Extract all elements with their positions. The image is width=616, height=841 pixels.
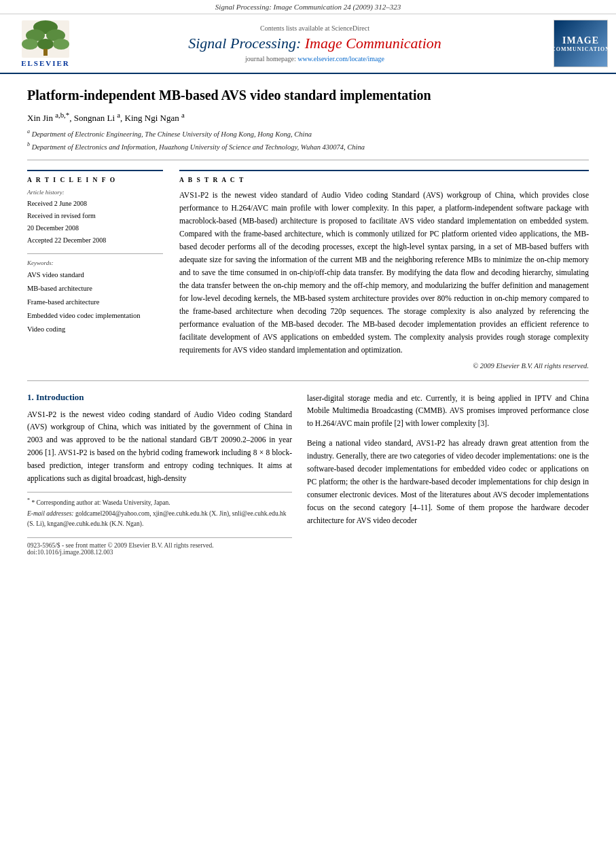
received-date: Received 2 June 2008	[27, 198, 163, 210]
email-label-text: E-mail addresses:	[27, 510, 74, 517]
body-right-col: laser-digital storage media and etc. Cur…	[307, 392, 589, 556]
journal-logo-right: IMAGE COMMUNICATION	[547, 20, 608, 67]
history-label: Article history:	[27, 189, 163, 196]
journal-citation: Signal Processing: Image Communication 2…	[215, 3, 401, 11]
elsevier-logo: ELSEVIER	[8, 20, 83, 67]
journal-title-center: Contents lists available at ScienceDirec…	[83, 24, 547, 62]
section-separator	[27, 380, 589, 381]
page-bottom: 0923-5965/$ - see front matter © 2009 El…	[27, 537, 292, 556]
affiliation-a: a Department of Electronic Engineering, …	[27, 128, 589, 140]
article-dates: Received 2 June 2008 Received in revised…	[27, 198, 163, 247]
keyword-2: MB-based architecture	[27, 282, 163, 296]
affiliations: a Department of Electronic Engineering, …	[27, 128, 589, 153]
body-content: 1. Introduction AVS1-P2 is the newest vi…	[27, 392, 589, 556]
footnote-email: E-mail addresses: goldcamel2004@yahoo.co…	[27, 509, 292, 529]
keyword-5: Video coding	[27, 323, 163, 336]
svg-rect-7	[43, 49, 48, 56]
keywords-label: Keywords:	[27, 260, 163, 266]
logo-image-text: IMAGE	[562, 35, 599, 46]
journal-title-part1: Signal Processing:	[188, 35, 305, 52]
article-title: Platform-independent MB-based AVS video …	[27, 86, 589, 104]
footnote-section: * * Corresponding author at: Waseda Univ…	[27, 492, 292, 529]
journal-homepage: journal homepage: www.elsevier.com/locat…	[83, 55, 547, 62]
article-history-block: Article history: Received 2 June 2008 Re…	[27, 189, 163, 247]
intro-para-1: AVS1-P2 is the newest video coding stand…	[27, 408, 292, 486]
homepage-url[interactable]: www.elsevier.com/locate/image	[297, 55, 384, 62]
image-comm-logo-box: IMAGE COMMUNICATION	[554, 20, 608, 67]
authors-line: Xin Jin a,b,*, Songnan Li a, King Ngi Ng…	[27, 111, 589, 124]
journal-title-part2: Image Communication	[305, 35, 441, 52]
body-left-col: 1. Introduction AVS1-P2 is the newest vi…	[27, 392, 292, 556]
contents-available-text: Contents lists available at ScienceDirec…	[260, 24, 369, 32]
elsevier-tree-icon	[22, 20, 69, 58]
logo-comm-text: COMMUNICATION	[551, 46, 610, 52]
main-content: Platform-independent MB-based AVS video …	[0, 74, 616, 556]
abstract-copyright: © 2009 Elsevier B.V. All rights reserved…	[179, 362, 589, 370]
affiliation-b: b Department of Electronics and Informat…	[27, 141, 589, 153]
elsevier-logo-container: ELSEVIER	[8, 20, 83, 67]
issn-line: 0923-5965/$ - see front matter © 2009 El…	[27, 542, 292, 549]
footnote-star: * * Corresponding author at: Waseda Univ…	[27, 497, 292, 508]
homepage-label: journal homepage:	[245, 55, 297, 62]
abstract-text: AVS1-P2 is the newest video standard of …	[179, 189, 589, 357]
article-info-abstract-section: A R T I C L E I N F O Article history: R…	[27, 170, 589, 370]
keyword-1: AVS video standard	[27, 268, 163, 282]
svg-point-4	[22, 39, 38, 50]
article-info-label: A R T I C L E I N F O	[27, 177, 163, 183]
intro-para-2: Being a national video standard, AVS1-P2…	[307, 437, 589, 527]
revised-date: Received in revised form20 December 2008	[27, 210, 163, 234]
journal-header: ELSEVIER Contents lists available at Sci…	[0, 14, 616, 74]
article-info-col: A R T I C L E I N F O Article history: R…	[27, 170, 163, 370]
doi-line: doi:10.1016/j.image.2008.12.003	[27, 549, 292, 556]
intro-heading: 1. Introduction	[27, 392, 292, 403]
journal-title: Signal Processing: Image Communication	[83, 35, 547, 52]
author-xin-jin: Xin Jin a,b,*, Songnan Li a, King Ngi Ng…	[27, 113, 185, 123]
article-title-section: Platform-independent MB-based AVS video …	[27, 74, 589, 160]
elsevier-text: ELSEVIER	[21, 59, 70, 67]
svg-point-5	[37, 39, 54, 50]
top-bar: Signal Processing: Image Communication 2…	[0, 0, 616, 14]
intro-heading-text: Introduction	[36, 392, 84, 402]
intro-para-1-right: laser-digital storage media and etc. Cur…	[307, 392, 589, 431]
abstract-label: A B S T R A C T	[179, 177, 589, 183]
keyword-4: Embedded video codec implementation	[27, 309, 163, 323]
sciencedirect-line: Contents lists available at ScienceDirec…	[83, 24, 547, 32]
svg-point-6	[53, 39, 69, 50]
keywords-block: Keywords: AVS video standard MB-based ar…	[27, 253, 163, 336]
accepted-date: Accepted 22 December 2008	[27, 234, 163, 247]
intro-section-num: 1.	[27, 392, 36, 402]
abstract-col: A B S T R A C T AVS1-P2 is the newest vi…	[179, 170, 589, 370]
keyword-3: Frame-based architecture	[27, 296, 163, 309]
